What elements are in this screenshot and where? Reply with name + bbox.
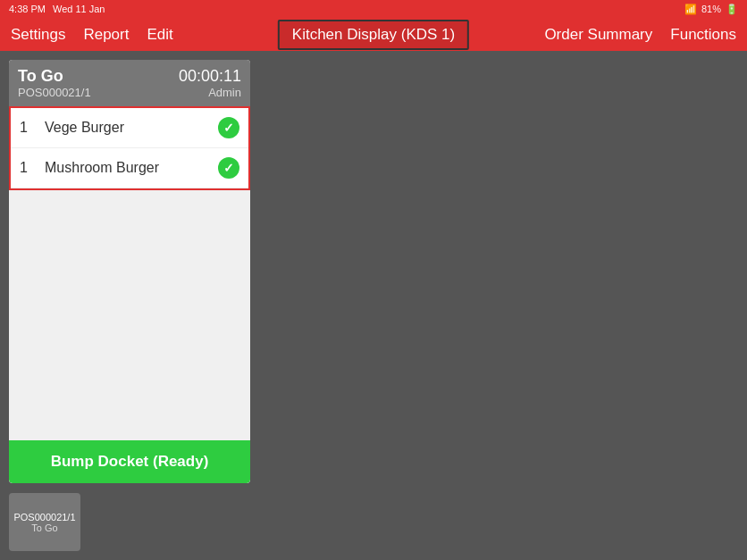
order-card-header: To Go POS000021/1 00:00:11 Admin <box>9 60 250 106</box>
item-qty-1: 1 <box>20 120 38 136</box>
item-name-2: Mushroom Burger <box>45 160 218 176</box>
order-item-1: 1 Vege Burger <box>11 108 248 148</box>
top-bar: Settings Report Edit Kitchen Display (KD… <box>0 0 747 51</box>
top-bar-right: Order Summary Functions <box>544 26 736 44</box>
order-card: To Go POS000021/1 00:00:11 Admin 1 Vege … <box>9 60 250 483</box>
menu-report[interactable]: Report <box>83 26 129 44</box>
order-items-container: 1 Vege Burger 1 Mushroom Burger <box>9 106 250 190</box>
order-thumbnail[interactable]: POS000021/1 To Go <box>9 493 80 551</box>
order-header-right: 00:00:11 Admin <box>179 67 241 99</box>
menu-settings[interactable]: Settings <box>11 26 65 44</box>
top-bar-left: Settings Report Edit <box>11 26 173 44</box>
menu-order-summary[interactable]: Order Summary <box>544 26 652 44</box>
main-area: To Go POS000021/1 00:00:11 Admin 1 Vege … <box>0 51 747 560</box>
order-card-spacer <box>9 190 250 440</box>
order-id: POS000021/1 <box>18 86 91 99</box>
page-title: Kitchen Display (KDS 1) <box>278 20 469 50</box>
menu-edit[interactable]: Edit <box>147 26 172 44</box>
order-item-2: 1 Mushroom Burger <box>11 148 248 188</box>
item-check-1[interactable] <box>218 117 239 138</box>
order-user: Admin <box>208 86 241 99</box>
menu-functions[interactable]: Functions <box>670 26 736 44</box>
order-timer: 00:00:11 <box>179 67 241 86</box>
item-qty-2: 1 <box>20 160 38 176</box>
thumbnail-id: POS000021/1 <box>13 512 75 522</box>
thumbnail-type: To Go <box>31 522 57 533</box>
order-header-left: To Go POS000021/1 <box>18 67 91 99</box>
top-bar-center: Kitchen Display (KDS 1) <box>278 20 469 50</box>
item-name-1: Vege Burger <box>45 120 218 136</box>
bump-button[interactable]: Bump Docket (Ready) <box>9 440 250 483</box>
item-check-2[interactable] <box>218 157 239 179</box>
order-type: To Go <box>18 67 91 86</box>
